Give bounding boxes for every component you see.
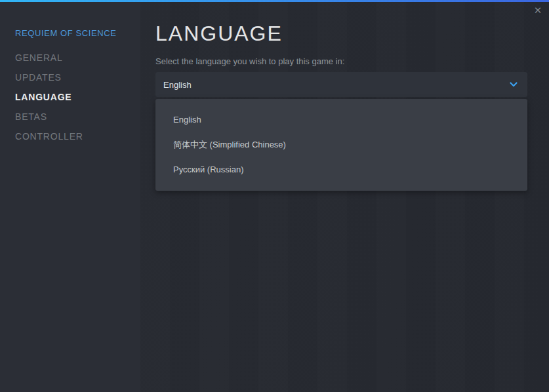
sidebar-item-language[interactable]: LANGUAGE bbox=[0, 87, 140, 107]
language-select[interactable]: English bbox=[155, 72, 527, 97]
sidebar-item-controller[interactable]: CONTROLLER bbox=[0, 127, 140, 146]
chevron-down-icon bbox=[509, 81, 518, 88]
game-properties-window: ✕ REQUIEM OF SCIENCE GENERAL UPDATES LAN… bbox=[0, 0, 549, 392]
language-option-simplified-chinese[interactable]: 简体中文 (Simplified Chinese) bbox=[155, 132, 527, 157]
sidebar-item-general[interactable]: GENERAL bbox=[0, 48, 140, 68]
page-title: LANGUAGE bbox=[155, 22, 549, 46]
close-icon[interactable]: ✕ bbox=[531, 3, 544, 16]
game-title-link[interactable]: REQUIEM OF SCIENCE bbox=[0, 28, 140, 38]
language-select-value: English bbox=[163, 80, 509, 90]
language-dropdown-panel: English 简体中文 (Simplified Chinese) Русски… bbox=[155, 99, 527, 191]
page-subtitle: Select the language you wish to play thi… bbox=[155, 56, 549, 66]
top-accent-bar bbox=[0, 0, 549, 2]
sidebar: REQUIEM OF SCIENCE GENERAL UPDATES LANGU… bbox=[0, 2, 140, 392]
language-option-english[interactable]: English bbox=[155, 108, 527, 132]
language-option-russian[interactable]: Русский (Russian) bbox=[155, 157, 527, 182]
main-content: LANGUAGE Select the language you wish to… bbox=[140, 2, 549, 392]
sidebar-item-updates[interactable]: UPDATES bbox=[0, 68, 140, 87]
sidebar-item-betas[interactable]: BETAS bbox=[0, 107, 140, 127]
